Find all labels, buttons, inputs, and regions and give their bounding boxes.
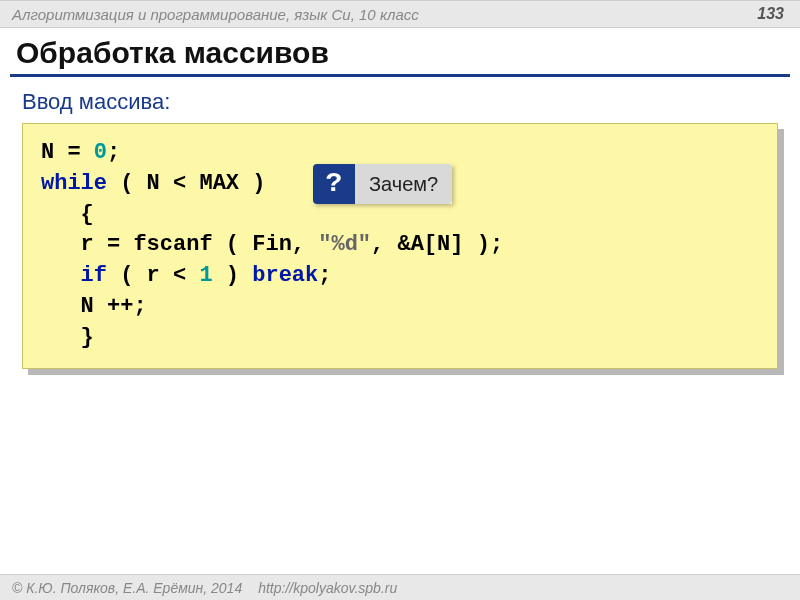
course-label: Алгоритмизация и программирование, язык … — [12, 6, 419, 23]
code-keyword: while — [41, 171, 107, 196]
code-number: 1 — [199, 263, 212, 288]
code-text: , &A[N] ); — [371, 232, 503, 257]
code-string: "%d" — [318, 232, 371, 257]
slide-title: Обработка массивов — [0, 28, 800, 74]
code-text: { — [41, 202, 94, 227]
copyright-text: © К.Ю. Поляков, Е.А. Ерёмин, 2014 — [12, 580, 242, 596]
slide-subtitle: Ввод массива: — [0, 87, 800, 123]
footer-bar: © К.Ю. Поляков, Е.А. Ерёмин, 2014 http:/… — [0, 574, 800, 600]
code-text: N = — [41, 140, 94, 165]
code-text: } — [41, 325, 94, 350]
code-number: 0 — [94, 140, 107, 165]
code-keyword: break — [252, 263, 318, 288]
footer-url: http://kpolyakov.spb.ru — [258, 580, 397, 596]
callout: ? Зачем? — [313, 164, 452, 204]
code-text: ; — [107, 140, 120, 165]
header-bar: Алгоритмизация и программирование, язык … — [0, 0, 800, 28]
code-text: ) — [213, 263, 253, 288]
code-block-wrap: N = 0; while ( N < MAX ) { r = fscanf ( … — [22, 123, 778, 369]
page-number: 133 — [757, 5, 784, 23]
code-text: ( r < — [107, 263, 199, 288]
code-text — [41, 263, 81, 288]
title-underline — [10, 74, 790, 77]
code-keyword: if — [81, 263, 107, 288]
code-text: ; — [318, 263, 331, 288]
code-text: r = fscanf ( Fin, — [41, 232, 318, 257]
callout-label: Зачем? — [355, 164, 452, 204]
code-block: N = 0; while ( N < MAX ) { r = fscanf ( … — [22, 123, 778, 369]
question-mark-icon: ? — [313, 164, 355, 204]
code-text: N ++; — [41, 294, 147, 319]
code-text: ( N < MAX ) — [107, 171, 265, 196]
